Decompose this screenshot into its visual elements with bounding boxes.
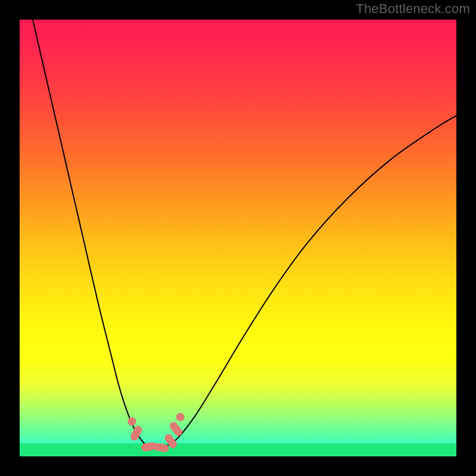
plot-area [20, 20, 456, 456]
valley-marker-dot [176, 413, 184, 421]
chart-stage: TheBottleneck.com [0, 0, 476, 476]
left-curve-path [33, 20, 151, 447]
curve-layer [20, 20, 456, 456]
valley-markers [128, 413, 184, 453]
right-curve-path [164, 115, 456, 447]
attribution-label: TheBottleneck.com [356, 1, 470, 17]
valley-marker-pill [153, 443, 170, 453]
valley-marker-dot [128, 417, 136, 425]
